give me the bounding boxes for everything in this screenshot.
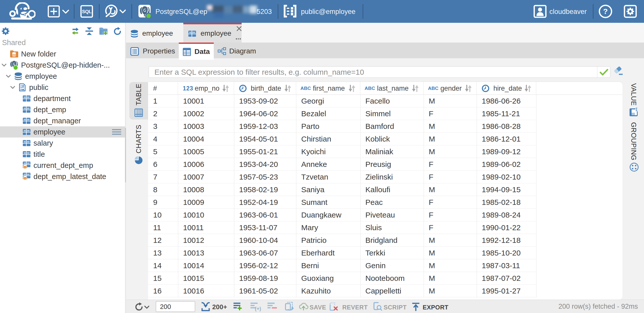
data-cell[interactable]: 1995-01-27 bbox=[482, 287, 521, 295]
data-cell[interactable]: Duangkaew bbox=[301, 211, 341, 219]
column-header-hire_date[interactable]: hire_date bbox=[477, 82, 536, 95]
delete-row-icon[interactable] bbox=[267, 302, 278, 312]
data-cell[interactable]: M bbox=[429, 249, 435, 257]
sort-toggle-icon[interactable] bbox=[524, 84, 531, 92]
data-cell[interactable]: Preusig bbox=[365, 160, 391, 169]
data-cell[interactable]: Kazuhito bbox=[301, 287, 331, 295]
data-cell[interactable]: M bbox=[429, 122, 435, 131]
data-cell[interactable]: 1952-04-19 bbox=[239, 198, 278, 207]
data-cell[interactable]: 1989-06-02 bbox=[482, 160, 521, 169]
data-cell[interactable]: 1956-02-12 bbox=[239, 261, 278, 270]
grid-row[interactable]: 5100051955-01-21KyoichiMaliniakM1989-09-… bbox=[148, 145, 536, 158]
column-header-first_name[interactable]: ABCfirst_name bbox=[296, 82, 360, 95]
data-cell[interactable]: F bbox=[429, 198, 433, 207]
revert-button[interactable]: REVERT bbox=[342, 304, 368, 311]
data-cell[interactable]: 10010 bbox=[183, 211, 204, 219]
editor-tab-employee-database[interactable]: employee bbox=[126, 23, 183, 43]
tree-item-dept-manager[interactable]: dept_manager bbox=[0, 115, 125, 126]
new-connection-icon[interactable] bbox=[48, 5, 60, 17]
export-button[interactable]: EXPORT bbox=[423, 304, 449, 311]
sql-generator-icon[interactable] bbox=[105, 4, 126, 20]
fetch-more-icon[interactable] bbox=[201, 302, 210, 312]
link-with-editor-icon[interactable] bbox=[71, 27, 80, 35]
tab-data[interactable]: Data bbox=[179, 43, 214, 60]
data-cell[interactable]: 1986-06-26 bbox=[482, 97, 521, 105]
data-cell[interactable]: Kalloufi bbox=[365, 185, 390, 194]
data-cell[interactable]: Sumant bbox=[301, 198, 327, 207]
data-cell[interactable]: Bridgland bbox=[365, 236, 398, 245]
postgres-logo[interactable] bbox=[138, 5, 152, 18]
copy-result-icon[interactable] bbox=[285, 301, 296, 312]
new-connection-chevron-icon[interactable] bbox=[61, 9, 70, 15]
sidebar-settings-icon[interactable] bbox=[2, 27, 10, 35]
data-cell[interactable]: Maliniak bbox=[365, 147, 393, 156]
sort-toggle-icon[interactable] bbox=[222, 84, 229, 92]
data-cell[interactable]: M bbox=[429, 135, 435, 143]
data-cell[interactable]: M bbox=[429, 185, 435, 194]
grid-row[interactable]: 6100061953-04-20AnnekePreusigF1989-06-02 bbox=[148, 158, 536, 171]
collapse-all-icon[interactable] bbox=[85, 27, 93, 35]
user-icon[interactable] bbox=[533, 5, 547, 18]
script-icon[interactable] bbox=[372, 302, 383, 311]
sql-filter-input[interactable]: Enter a SQL expression to filter results… bbox=[149, 66, 610, 78]
tab-diagram[interactable]: Diagram bbox=[214, 43, 259, 58]
grid-row[interactable]: 8100081958-02-19SaniyaKalloufiM1994-09-1… bbox=[148, 183, 536, 196]
data-cell[interactable]: 1986-12-01 bbox=[482, 135, 521, 143]
presentation-tab-charts[interactable]: CHARTS bbox=[129, 122, 148, 165]
grid-row[interactable]: 4100041954-05-01ChirstianKoblickM1986-12… bbox=[148, 133, 536, 145]
data-cell[interactable]: 1985-11-21 bbox=[482, 109, 520, 118]
data-cell[interactable]: Georgi bbox=[301, 97, 324, 105]
data-cell[interactable]: Kyoichi bbox=[301, 147, 326, 156]
data-cell[interactable]: 1989-09-12 bbox=[482, 147, 521, 156]
grid-row[interactable]: 12100121960-10-04PatricioBridglandM1992-… bbox=[148, 234, 536, 247]
data-cell[interactable]: M bbox=[429, 97, 435, 105]
data-cell[interactable]: M bbox=[429, 261, 435, 270]
sort-toggle-icon[interactable] bbox=[348, 84, 355, 92]
editor-tab-employee-table[interactable]: employee bbox=[183, 23, 242, 43]
data-cell[interactable]: Patricio bbox=[301, 236, 327, 245]
data-cell[interactable]: 10014 bbox=[183, 261, 204, 270]
data-cell[interactable]: 1961-05-02 bbox=[239, 287, 278, 295]
data-cell[interactable]: Nooteboom bbox=[365, 274, 405, 283]
data-cell[interactable]: 1959-12-03 bbox=[239, 122, 278, 131]
data-cell[interactable]: M bbox=[429, 236, 435, 245]
data-cell[interactable]: Chirstian bbox=[301, 135, 331, 143]
connection-name[interactable]: PostgreSQL@ep bbox=[155, 8, 207, 16]
data-cell[interactable]: 1960-10-04 bbox=[239, 236, 278, 245]
tab-properties[interactable]: Properties bbox=[126, 43, 179, 58]
data-cell[interactable]: 10016 bbox=[183, 287, 204, 295]
data-cell[interactable]: Cappelletti bbox=[365, 287, 401, 295]
data-cell[interactable]: Bezalel bbox=[301, 109, 326, 118]
data-cell[interactable]: 1957-05-23 bbox=[239, 173, 278, 181]
grid-row[interactable]: 14100141956-02-12BerniGeninM1987-03-11 bbox=[148, 259, 536, 272]
data-cell[interactable]: Terkki bbox=[365, 249, 385, 257]
tree-item-new-folder[interactable]: New folder bbox=[0, 48, 125, 60]
data-cell[interactable]: 1958-02-19 bbox=[239, 185, 278, 194]
settings-icon[interactable] bbox=[624, 5, 637, 18]
data-cell[interactable]: 1989-02-10 bbox=[482, 173, 521, 181]
data-cell[interactable]: 10001 bbox=[183, 97, 204, 105]
tab-close-icon[interactable] bbox=[236, 26, 242, 31]
data-cell[interactable]: F bbox=[429, 173, 433, 181]
data-cell[interactable]: Genin bbox=[365, 261, 386, 270]
sort-toggle-icon[interactable] bbox=[284, 84, 291, 92]
column-header-last_name[interactable]: ABClast_name bbox=[360, 82, 424, 95]
tree-expand-chevron-icon[interactable] bbox=[10, 86, 15, 89]
data-cell[interactable]: Simmel bbox=[365, 109, 391, 118]
script-button[interactable]: SCRIPT bbox=[384, 304, 407, 311]
tree-item-dept-emp-latest-date[interactable]: dept_emp_latest_date bbox=[0, 171, 125, 182]
fetch-more-label[interactable]: 200+ bbox=[212, 303, 227, 311]
connection-name-suffix[interactable]: 5203 bbox=[257, 8, 272, 16]
data-cell[interactable]: F bbox=[429, 211, 433, 219]
data-cell[interactable]: M bbox=[429, 274, 435, 283]
data-cell[interactable]: Koblick bbox=[365, 135, 390, 143]
data-cell[interactable]: 1953-09-02 bbox=[239, 97, 278, 105]
column-header-emp_no[interactable]: 123emp_no bbox=[178, 82, 234, 95]
tab-menu-dots-icon[interactable] bbox=[236, 38, 242, 40]
fetch-size-input[interactable]: 200 bbox=[156, 301, 195, 312]
filter-clear-eraser-icon[interactable] bbox=[614, 66, 625, 77]
export-icon[interactable] bbox=[412, 302, 420, 311]
data-cell[interactable]: Saniya bbox=[301, 185, 325, 194]
data-cell[interactable]: 10003 bbox=[183, 122, 204, 131]
grid-row[interactable]: 3100031959-12-03PartoBamfordM1986-08-28 bbox=[148, 120, 536, 133]
